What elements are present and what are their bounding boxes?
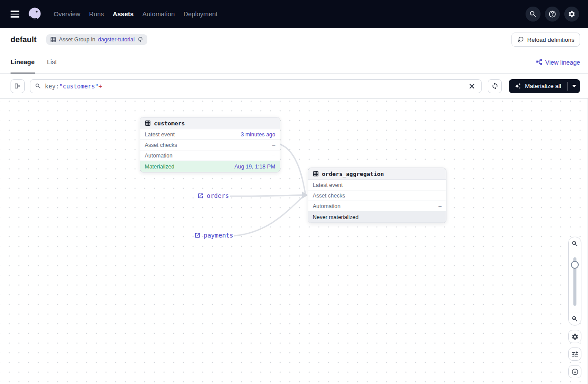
external-asset-orders[interactable]: orders [197, 192, 229, 199]
asset-row-asset-checks: Asset checks – [140, 140, 280, 150]
tune-icon [571, 351, 579, 358]
asset-group-icon [50, 37, 56, 43]
status-timestamp-link[interactable]: Aug 19, 1:18 PM [234, 164, 275, 170]
asset-status-row: Never materialized [308, 212, 446, 223]
help-button[interactable] [545, 7, 560, 22]
view-lineage-link[interactable]: View lineage [536, 51, 580, 73]
settings-button[interactable] [564, 7, 579, 22]
zoom-out-button[interactable] [569, 312, 581, 325]
asset-node-orders-aggregation[interactable]: orders_aggregation Latest event Asset ch… [308, 168, 446, 223]
lineage-icon [536, 59, 543, 66]
nav-item-runs[interactable]: Runs [89, 11, 104, 18]
lineage-toolbar: key:"customers"+ Materialize all [0, 74, 588, 99]
asset-row-automation: Automation – [308, 201, 446, 212]
materialize-all-label: Materialize all [525, 83, 561, 89]
gear-icon [571, 333, 579, 340]
lineage-edges [0, 99, 588, 384]
recenter-view-button[interactable] [568, 365, 581, 378]
search-icon [35, 83, 41, 89]
help-icon [548, 10, 556, 18]
materialize-all-button[interactable]: Materialize all [509, 79, 567, 93]
panel-expand-icon [14, 82, 22, 90]
gear-icon [568, 10, 576, 18]
top-navbar: Overview Runs Assets Automation Deployme… [0, 0, 588, 28]
reload-definitions-button[interactable]: Reload definitions [511, 33, 580, 47]
clear-search-button[interactable] [467, 81, 477, 91]
asset-selection-input[interactable]: key:"customers"+ [30, 79, 482, 93]
reload-definitions-label: Reload definitions [527, 37, 574, 43]
asset-row-asset-checks: Asset checks – [308, 190, 446, 201]
external-asset-label: payments [204, 232, 233, 239]
view-lineage-label: View lineage [545, 59, 580, 66]
zoom-slider-handle[interactable] [571, 261, 579, 269]
sync-status [137, 36, 143, 44]
asset-name: customers [154, 120, 185, 127]
nav-links: Overview Runs Assets Automation Deployme… [54, 11, 218, 18]
external-asset-payments[interactable]: payments [194, 232, 233, 239]
zoom-in-button[interactable] [569, 237, 581, 250]
dagster-logo[interactable] [27, 7, 42, 22]
latest-event-link[interactable]: 3 minutes ago [241, 132, 275, 138]
page-title: default [11, 35, 37, 44]
external-link-icon [194, 232, 201, 238]
asset-selection-value: key:"customers"+ [45, 83, 102, 90]
zoom-control-panel [568, 237, 581, 325]
tab-list[interactable]: List [47, 51, 57, 73]
chevron-down-icon [572, 85, 576, 88]
asset-node-header: customers [140, 117, 280, 129]
materialize-split-button: Materialize all [509, 79, 580, 93]
expand-panel-button[interactable] [11, 79, 25, 93]
nav-item-assets[interactable]: Assets [113, 11, 134, 18]
nav-item-automation[interactable]: Automation [142, 11, 175, 18]
sparkle-icon [514, 83, 521, 90]
hamburger-menu-icon[interactable] [11, 10, 19, 18]
tab-lineage[interactable]: Lineage [11, 51, 35, 73]
refresh-icon [491, 82, 499, 90]
search-button[interactable] [526, 7, 541, 22]
table-icon [145, 120, 151, 126]
zoom-out-icon [571, 315, 578, 322]
table-icon [313, 171, 319, 177]
reload-definitions-icon [517, 36, 524, 43]
page-header: default Asset Group in dagster-tutorial … [0, 28, 588, 51]
refresh-graph-button[interactable] [488, 79, 502, 93]
code-location-link[interactable]: dagster-tutorial [98, 37, 135, 43]
lineage-canvas[interactable]: customers Latest event 3 minutes ago Ass… [0, 99, 588, 384]
tabs-bar: Lineage List View lineage [0, 51, 588, 74]
asset-row-latest-event: Latest event [308, 180, 446, 190]
badge-prefix: Asset Group in [59, 37, 95, 43]
zoom-slider[interactable] [569, 250, 581, 312]
asset-group-badge: Asset Group in dagster-tutorial [46, 34, 147, 45]
asset-node-header: orders_aggregation [308, 168, 446, 180]
close-icon [469, 84, 475, 89]
sync-icon [137, 36, 143, 42]
nav-item-deployment[interactable]: Deployment [183, 11, 217, 18]
nav-item-overview[interactable]: Overview [54, 11, 80, 18]
asset-node-customers[interactable]: customers Latest event 3 minutes ago Ass… [140, 117, 280, 172]
arrow-circle-down-icon [571, 368, 579, 376]
external-link-icon [197, 193, 204, 199]
search-icon [529, 10, 537, 18]
status-label: Materialized [145, 164, 174, 170]
graph-settings-button[interactable] [568, 330, 581, 343]
asset-row-automation: Automation – [140, 150, 280, 161]
asset-row-latest-event: Latest event 3 minutes ago [140, 129, 280, 140]
graph-filters-button[interactable] [568, 347, 581, 361]
external-asset-label: orders [207, 192, 229, 199]
materialize-dropdown-button[interactable] [568, 79, 580, 93]
status-label: Never materialized [313, 214, 358, 220]
asset-name: orders_aggregation [322, 171, 384, 177]
asset-status-row: Materialized Aug 19, 1:18 PM [140, 161, 280, 172]
zoom-in-icon [571, 240, 578, 247]
